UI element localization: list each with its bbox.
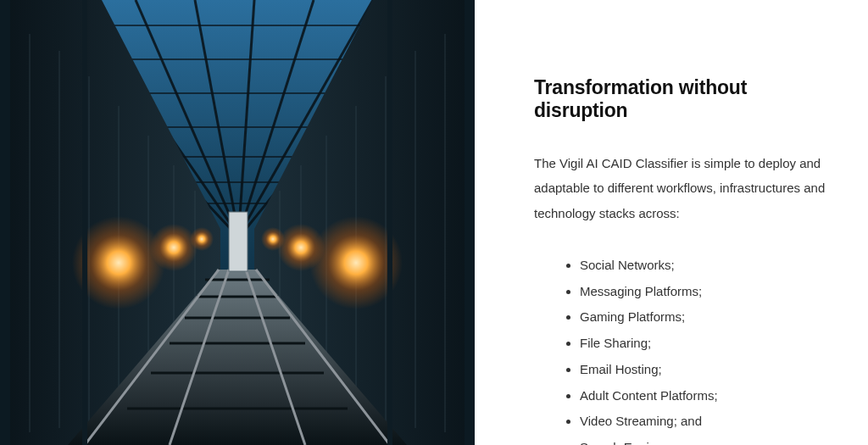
hero-image [0, 0, 475, 445]
list-item: File Sharing; [580, 331, 827, 357]
svg-point-50 [261, 227, 285, 251]
svg-rect-43 [229, 212, 248, 271]
list-item: Search Engines. [580, 435, 827, 445]
content-column: Transformation without disruption The Vi… [475, 0, 868, 445]
list-item: Email Hosting; [580, 357, 827, 383]
page-layout: Transformation without disruption The Vi… [0, 0, 868, 445]
list-item: Adult Content Platforms; [580, 383, 827, 409]
svg-rect-51 [0, 0, 10, 445]
list-item: Video Streaming; and [580, 409, 827, 435]
svg-point-48 [277, 224, 325, 271]
list-item: Social Networks; [580, 253, 827, 279]
svg-point-47 [150, 224, 198, 271]
svg-point-49 [190, 227, 214, 251]
svg-rect-52 [465, 0, 475, 445]
list-item: Gaming Platforms; [580, 304, 827, 331]
intro-paragraph: The Vigil AI CAID Classifier is simple t… [534, 151, 827, 225]
section-heading: Transformation without disruption [534, 76, 827, 122]
feature-list: Social Networks; Messaging Platforms; Ga… [534, 253, 827, 445]
list-item: Messaging Platforms; [580, 279, 827, 305]
